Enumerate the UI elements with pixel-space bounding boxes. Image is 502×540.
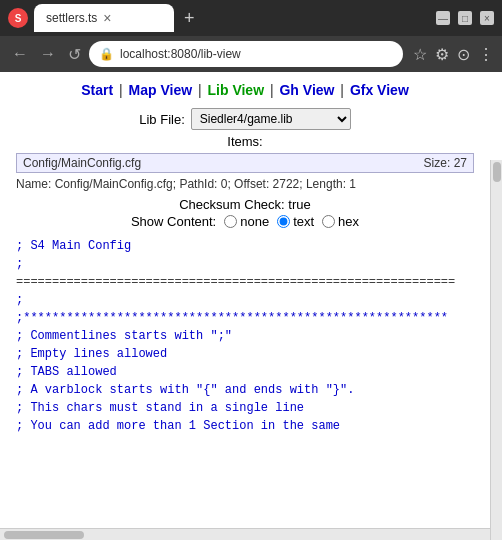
file-bar: Config/MainConfig.cfg Size: 27 bbox=[16, 153, 474, 173]
tab-close-button[interactable]: × bbox=[103, 10, 111, 26]
radio-hex[interactable] bbox=[322, 215, 335, 228]
nav-map-view[interactable]: Map View bbox=[129, 82, 193, 98]
code-line-5: ;***************************************… bbox=[16, 309, 474, 327]
radio-text[interactable] bbox=[277, 215, 290, 228]
page-inner: Start | Map View | Lib View | Gh View | … bbox=[0, 72, 490, 445]
vertical-scrollbar[interactable] bbox=[490, 160, 502, 540]
radio-none[interactable] bbox=[224, 215, 237, 228]
meta-bar: Name: Config/MainConfig.cfg; PathId: 0; … bbox=[16, 177, 474, 191]
code-line-2: ; bbox=[16, 255, 474, 273]
code-line-1: ; S4 Main Config bbox=[16, 237, 474, 255]
nav-gh-view[interactable]: Gh View bbox=[279, 82, 334, 98]
minimize-button[interactable]: — bbox=[436, 11, 450, 25]
browser-icon: S bbox=[8, 8, 28, 28]
radio-none-text: none bbox=[240, 214, 269, 229]
close-button[interactable]: × bbox=[480, 11, 494, 25]
back-button[interactable]: ← bbox=[8, 43, 32, 65]
show-content-row: Show Content: none text hex bbox=[16, 214, 474, 229]
address-text: localhost:8080/lib-view bbox=[120, 47, 393, 61]
menu-icon[interactable]: ⋮ bbox=[478, 45, 494, 64]
lib-file-label: Lib File: bbox=[139, 112, 185, 127]
nav-gfx-view[interactable]: Gfx View bbox=[350, 82, 409, 98]
horizontal-scrollbar[interactable] bbox=[0, 528, 490, 540]
checksum-value: true bbox=[288, 197, 310, 212]
lock-icon: 🔒 bbox=[99, 47, 114, 61]
active-tab[interactable]: settlers.ts × bbox=[34, 4, 174, 32]
refresh-button[interactable]: ↺ bbox=[64, 43, 85, 66]
sep2: | bbox=[198, 82, 206, 98]
code-line-6: ; Commentlines starts with ";" bbox=[16, 327, 474, 345]
vertical-scrollbar-thumb[interactable] bbox=[493, 162, 501, 182]
sep1: | bbox=[119, 82, 127, 98]
puzzle-icon[interactable]: ⚙ bbox=[435, 45, 449, 64]
checksum-row: Checksum Check: true bbox=[16, 197, 474, 212]
radio-hex-label[interactable]: hex bbox=[322, 214, 359, 229]
items-label: Items: bbox=[16, 134, 474, 149]
code-line-10: ; This chars must stand in a single line bbox=[16, 399, 474, 417]
nav-lib-view[interactable]: Lib View bbox=[208, 82, 265, 98]
browser-icon-text: S bbox=[15, 13, 22, 24]
forward-button[interactable]: → bbox=[36, 43, 60, 65]
checksum-label: Checksum Check: bbox=[179, 197, 284, 212]
nav-start[interactable]: Start bbox=[81, 82, 113, 98]
title-bar: S settlers.ts × + — □ × bbox=[0, 0, 502, 36]
sep3: | bbox=[270, 82, 278, 98]
radio-text-label[interactable]: text bbox=[277, 214, 314, 229]
page-outer: Start | Map View | Lib View | Gh View | … bbox=[0, 72, 502, 540]
star-icon[interactable]: ☆ bbox=[413, 45, 427, 64]
file-name: Config/MainConfig.cfg bbox=[23, 156, 424, 170]
tab-label: settlers.ts bbox=[46, 11, 97, 25]
maximize-button[interactable]: □ bbox=[458, 11, 472, 25]
nav-bar: ← → ↺ 🔒 localhost:8080/lib-view ☆ ⚙ ⊙ ⋮ bbox=[0, 36, 502, 72]
code-line-3: ========================================… bbox=[16, 273, 474, 291]
window-controls: — □ × bbox=[436, 11, 494, 25]
code-line-11: ; You can add more than 1 Section in the… bbox=[16, 417, 474, 435]
code-block: ; S4 Main Config ; =====================… bbox=[16, 237, 474, 435]
page-content: Start | Map View | Lib View | Gh View | … bbox=[0, 72, 490, 445]
horizontal-scrollbar-thumb[interactable] bbox=[4, 531, 84, 539]
top-nav: Start | Map View | Lib View | Gh View | … bbox=[16, 82, 474, 98]
code-line-9: ; A varblock starts with "{" and ends wi… bbox=[16, 381, 474, 399]
new-tab-button[interactable]: + bbox=[184, 8, 195, 29]
code-line-8: ; TABS allowed bbox=[16, 363, 474, 381]
lib-file-select[interactable]: Siedler4/game.lib bbox=[191, 108, 351, 130]
sep4: | bbox=[340, 82, 348, 98]
code-line-7: ; Empty lines allowed bbox=[16, 345, 474, 363]
profile-icon[interactable]: ⊙ bbox=[457, 45, 470, 64]
lib-file-row: Lib File: Siedler4/game.lib bbox=[16, 108, 474, 130]
radio-none-label[interactable]: none bbox=[224, 214, 269, 229]
show-content-label: Show Content: bbox=[131, 214, 216, 229]
radio-text-text: text bbox=[293, 214, 314, 229]
code-line-4: ; bbox=[16, 291, 474, 309]
file-size: Size: 27 bbox=[424, 156, 467, 170]
nav-icons: ☆ ⚙ ⊙ ⋮ bbox=[413, 45, 494, 64]
address-bar[interactable]: 🔒 localhost:8080/lib-view bbox=[89, 41, 403, 67]
radio-hex-text: hex bbox=[338, 214, 359, 229]
